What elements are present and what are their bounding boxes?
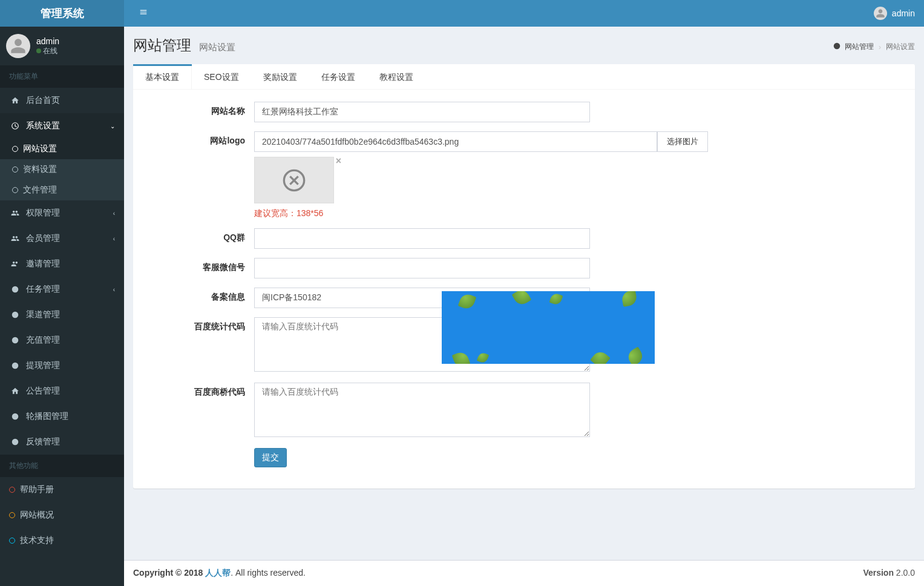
chevron-left-icon: ‹ <box>113 210 115 217</box>
sidebar-subitem-site[interactable]: 网站设置 <box>0 139 124 159</box>
remove-image-button[interactable]: × <box>336 156 341 166</box>
sidebar-item-label: 会员管理 <box>26 233 60 244</box>
svg-point-5 <box>12 439 19 446</box>
submit-button[interactable]: 提交 <box>254 448 287 467</box>
label-sitelogo: 网站logo <box>145 131 254 219</box>
sidebar-item-label: 后台首页 <box>26 95 60 106</box>
sidebar-item-label: 充值管理 <box>26 335 60 346</box>
svg-point-4 <box>12 413 19 420</box>
home-icon <box>9 96 21 105</box>
nav-tabs: 基本设置 SEO设置 奖励设置 任务设置 教程设置 <box>133 64 915 90</box>
footer-link[interactable]: 人人帮 <box>205 568 231 578</box>
sidebar-item-perm[interactable]: 权限管理‹ <box>0 200 124 226</box>
user-panel-name: admin <box>36 36 59 47</box>
sidebar-item-label: 文件管理 <box>23 185 57 196</box>
sidebar-item-system[interactable]: 系统设置⌄ <box>0 113 124 139</box>
home-icon <box>9 387 21 395</box>
sidebar-item-label: 提现管理 <box>26 360 60 371</box>
dashboard-icon <box>833 42 841 50</box>
sidebar-item-label: 帮助手册 <box>20 484 54 495</box>
logo[interactable]: 管理系统 <box>0 0 124 27</box>
svg-point-0 <box>12 286 19 293</box>
hamburger-icon <box>139 8 148 16</box>
sidebar-item-support[interactable]: 技术支持 <box>0 528 124 553</box>
nav-username: admin <box>892 8 915 18</box>
textarea-baidu-tongji[interactable] <box>254 317 590 372</box>
sidebar-item-label: 轮播图管理 <box>26 411 68 422</box>
content-wrapper: 网站管理 网站设置 网站管理 › 网站设置 基本设置 SEO设置 奖励设置 任务… <box>124 0 924 586</box>
sidebar-item-label: 资料设置 <box>23 164 57 175</box>
users-icon <box>9 209 21 217</box>
sidebar-item-feedback[interactable]: 反馈管理 <box>0 429 124 455</box>
sidebar-toggle[interactable] <box>133 8 154 19</box>
page-title: 网站管理 网站设置 <box>133 36 235 55</box>
sidebar-item-label: 网站设置 <box>23 143 57 154</box>
svg-point-3 <box>12 363 19 369</box>
logo-thumbnail-box: × <box>254 157 334 203</box>
sidebar-item-label: 邀请管理 <box>26 258 60 269</box>
breadcrumb-sep: › <box>879 43 881 51</box>
sidebar-section-header: 其他功能 <box>0 455 124 477</box>
sidebar-item-help[interactable]: 帮助手册 <box>0 477 124 502</box>
sidebar-item-label: 技术支持 <box>20 535 54 546</box>
dashboard-icon <box>9 336 21 344</box>
page-subtitle: 网站设置 <box>199 42 235 52</box>
logo-thumbnail <box>254 157 334 203</box>
sidebar-item-recharge[interactable]: 充值管理 <box>0 328 124 353</box>
sidebar-item-task[interactable]: 任务管理‹ <box>0 277 124 302</box>
sidebar-item-label: 任务管理 <box>26 284 60 295</box>
sidebar-item-member[interactable]: 会员管理‹ <box>0 226 124 251</box>
label-icp: 备案信息 <box>145 288 254 308</box>
circle-icon <box>12 146 18 152</box>
input-qqgroup[interactable] <box>254 228 590 249</box>
sidebar-item-notice[interactable]: 公告管理 <box>0 378 124 404</box>
placeholder-x-icon <box>282 168 306 193</box>
main-sidebar: admin 在线 功能菜单 后台首页 系统设置⌄ 网站设置 资料设置 文件管理 … <box>0 27 124 586</box>
sidebar-item-label: 权限管理 <box>26 208 60 219</box>
circle-icon <box>12 166 18 173</box>
sidebar-subitem-material[interactable]: 资料设置 <box>0 159 124 180</box>
textarea-baidu-bridge[interactable] <box>254 383 590 437</box>
tab-tutorial[interactable]: 教程设置 <box>367 66 425 89</box>
main-header: 管理系统 admin <box>0 0 924 27</box>
breadcrumb-link[interactable]: 网站管理 <box>845 42 874 51</box>
circle-icon <box>9 487 15 493</box>
svg-point-2 <box>12 337 19 344</box>
label-baidu-bridge: 百度商桥代码 <box>145 383 254 439</box>
tab-reward[interactable]: 奖励设置 <box>251 66 309 89</box>
sidebar-item-overview[interactable]: 网站概况 <box>0 502 124 528</box>
sidebar-item-withdraw[interactable]: 提现管理 <box>0 353 124 378</box>
label-wechat: 客服微信号 <box>145 258 254 278</box>
sidebar-item-home[interactable]: 后台首页 <box>0 88 124 113</box>
tabs-panel: 基本设置 SEO设置 奖励设置 任务设置 教程设置 网站名称 网站logo <box>133 64 915 489</box>
chevron-down-icon: ⌄ <box>110 123 115 130</box>
sidebar-item-channel[interactable]: 渠道管理 <box>0 302 124 328</box>
dashboard-icon <box>9 361 21 370</box>
label-qqgroup: QQ群 <box>145 228 254 249</box>
input-sitelogo[interactable] <box>254 131 657 152</box>
input-wechat[interactable] <box>254 258 590 278</box>
sidebar-subitem-file[interactable]: 文件管理 <box>0 180 124 200</box>
sidebar-item-carousel[interactable]: 轮播图管理 <box>0 404 124 429</box>
logo-hint: 建议宽高：138*56 <box>254 208 708 219</box>
input-sitename[interactable] <box>254 102 590 122</box>
circle-icon <box>9 512 15 518</box>
sidebar-item-label: 网站概况 <box>20 510 54 521</box>
dashboard-icon <box>9 438 21 446</box>
choose-image-button[interactable]: 选择图片 <box>657 131 708 152</box>
nav-user-menu[interactable]: admin <box>874 7 915 20</box>
users-icon <box>9 260 21 268</box>
sidebar-item-invite[interactable]: 邀请管理 <box>0 251 124 277</box>
dashboard-icon <box>9 311 21 319</box>
tab-basic[interactable]: 基本设置 <box>133 66 192 89</box>
input-icp[interactable] <box>254 288 590 308</box>
label-sitename: 网站名称 <box>145 102 254 122</box>
chevron-left-icon: ‹ <box>113 235 115 242</box>
user-panel-status: 在线 <box>36 47 59 56</box>
main-footer: Copyright © 2018 人人帮. All rights reserve… <box>124 560 924 586</box>
tab-seo[interactable]: SEO设置 <box>192 66 251 89</box>
sidebar-item-label: 系统设置 <box>26 120 60 131</box>
user-panel: admin 在线 <box>0 27 124 65</box>
svg-point-1 <box>12 312 19 318</box>
tab-task[interactable]: 任务设置 <box>309 66 367 89</box>
